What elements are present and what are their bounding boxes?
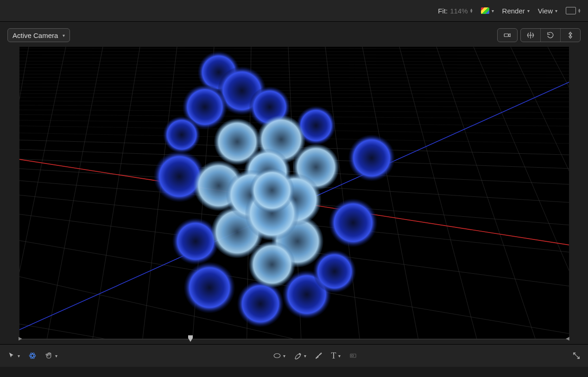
fit-value: 114%	[450, 7, 468, 15]
mask-tool[interactable]	[349, 352, 357, 360]
aspect-box-icon	[566, 7, 576, 14]
camera-menu[interactable]: Active Camera ▾	[7, 28, 70, 42]
pen-tool-icon	[294, 352, 302, 360]
render-content	[19, 47, 569, 339]
select-tool[interactable]: ▾	[7, 352, 20, 360]
fit-label: Fit:	[438, 7, 448, 15]
camera-menu-label: Active Camera	[13, 31, 58, 39]
aspect-ratio-menu[interactable]: ▴▾	[566, 7, 581, 14]
fullscreen-icon	[572, 352, 581, 360]
view-label: View	[538, 7, 553, 15]
svg-point-81	[299, 353, 300, 354]
svg-point-62	[163, 116, 200, 153]
svg-point-76	[570, 35, 571, 36]
svg-point-80	[274, 354, 280, 358]
svg-point-57	[237, 281, 284, 327]
dolly-tool-button[interactable]	[560, 29, 580, 42]
stepper-icon: ▴▾	[470, 8, 473, 13]
out-point-marker[interactable]: ◀	[566, 336, 569, 342]
playhead-icon	[188, 335, 193, 342]
svg-point-77	[29, 354, 36, 357]
view-menu[interactable]: View ▾	[538, 7, 557, 15]
chevron-down-icon: ▾	[527, 8, 530, 13]
view-tools	[497, 28, 581, 42]
hand-tool[interactable]: ▾	[45, 352, 57, 360]
chevron-down-icon: ▾	[555, 8, 557, 13]
svg-point-69	[249, 241, 295, 288]
orbit-tool-button[interactable]	[540, 29, 560, 42]
chevron-down-icon: ▾	[55, 353, 57, 358]
bottom-toolbar: ▾ ▾ ▾ ▾ T ▾	[0, 344, 588, 367]
svg-point-60	[172, 218, 219, 264]
text-tool[interactable]: T ▾	[331, 351, 341, 361]
chevron-down-icon: ▾	[18, 353, 20, 358]
pen-tool[interactable]: ▾	[294, 352, 306, 360]
3d-transform-icon	[28, 352, 37, 360]
color-channel-menu[interactable]: ▾	[481, 7, 494, 14]
chevron-down-icon: ▾	[304, 353, 306, 358]
dolly-icon	[566, 31, 575, 39]
color-swatch-icon	[481, 7, 489, 14]
svg-point-74	[250, 168, 294, 213]
play-range-bar[interactable]: ▶ ◀	[0, 335, 588, 343]
svg-point-55	[329, 199, 377, 247]
pan-tool-button[interactable]	[521, 29, 540, 42]
scrub-track	[19, 339, 569, 339]
shape-tool-icon	[273, 352, 281, 360]
chevron-down-icon: ▾	[63, 33, 65, 38]
hand-tool-icon	[45, 352, 53, 360]
in-point-marker[interactable]: ▶	[19, 336, 22, 342]
mask-tool-icon	[349, 352, 357, 360]
svg-point-59	[313, 250, 356, 293]
paint-tool[interactable]	[315, 352, 323, 360]
svg-point-56	[184, 262, 235, 313]
stepper-icon: ▴▾	[578, 8, 581, 13]
arrow-tool-icon	[7, 352, 16, 360]
fit-zoom-control[interactable]: Fit: 114% ▴▾	[438, 7, 472, 15]
shape-tool[interactable]: ▾	[273, 352, 285, 360]
render-label: Render	[502, 7, 525, 15]
orbit-icon	[546, 31, 555, 39]
svg-rect-75	[504, 34, 508, 37]
top-toolbar: Fit: 114% ▴▾ ▾ Render ▾ View ▾ ▴▾	[0, 0, 588, 22]
chevron-down-icon: ▾	[338, 353, 341, 358]
fullscreen-button[interactable]	[572, 352, 581, 360]
chevron-down-icon: ▾	[492, 8, 494, 13]
canvas-area: Active Camera ▾ ▶ ◀	[0, 22, 588, 344]
chevron-down-icon: ▾	[283, 353, 285, 358]
viewport-3d[interactable]	[19, 47, 569, 339]
svg-point-54	[348, 135, 395, 181]
playhead[interactable]	[188, 335, 193, 344]
svg-rect-83	[351, 355, 354, 357]
paint-tool-icon	[315, 352, 323, 360]
camera-icon	[503, 31, 512, 39]
text-tool-icon: T	[331, 351, 336, 361]
render-menu[interactable]: Render ▾	[502, 7, 530, 15]
camera-view-button[interactable]	[498, 29, 517, 42]
3d-transform-tool[interactable]	[28, 352, 37, 360]
pan-icon	[526, 31, 535, 39]
